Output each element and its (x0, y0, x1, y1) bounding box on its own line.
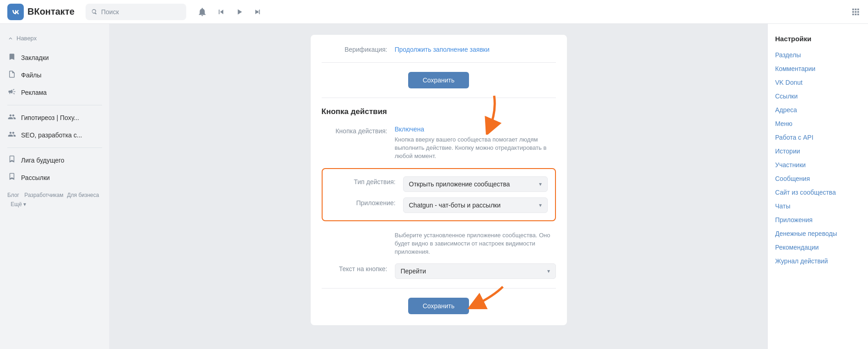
action-box: Тип действия: Открыть приложение сообщес… (322, 168, 556, 221)
sidebar-item-liga-label: Лига будущего (21, 157, 102, 164)
right-nav-item-money[interactable]: Денежные переводы (768, 227, 868, 240)
verification-label: Верификация: (322, 46, 395, 53)
ads-icon (7, 87, 16, 98)
chevron-up-icon (7, 35, 14, 42)
save-button-bottom[interactable]: Сохранить (408, 298, 469, 314)
action-button-desc: Кнопка вверху вашего сообщества помогает… (395, 136, 556, 161)
app-select[interactable]: Chatgun - чат-боты и рассылки ▾ (403, 197, 548, 213)
right-sidebar: Настройки РазделыКомментарииVK DonutСсыл… (767, 24, 868, 349)
sidebar-divider-1 (7, 105, 102, 105)
sidebar-divider-2 (7, 147, 102, 148)
button-text-value: Перейти (401, 267, 426, 275)
action-type-select-container: Открыть приложение сообщества ▾ (403, 176, 548, 192)
right-nav-item-stories[interactable]: Истории (768, 144, 868, 158)
back-link[interactable]: Наверх (0, 31, 109, 45)
sidebar-group-seo-label: SEO, разработка с... (21, 131, 102, 139)
sidebar-item-ads-label: Реклама (21, 89, 102, 96)
left-sidebar: Наверх Закладки Файлы Реклама Гипо (0, 24, 110, 349)
right-nav-item-apps[interactable]: Приложения (768, 213, 868, 227)
right-nav-item-site[interactable]: Сайт из сообщества (768, 185, 868, 199)
right-nav-item-links[interactable]: Ссылки (768, 89, 868, 103)
sidebar-item-ads[interactable]: Реклама (0, 84, 109, 101)
sidebar-group-seo[interactable]: SEO, разработка с... (0, 126, 109, 144)
app-label: Приложение: (330, 197, 403, 207)
sidebar-item-rassylki-label: Рассылки (21, 174, 102, 181)
button-text-select[interactable]: Перейти ▾ (395, 263, 556, 279)
footer-dev-link[interactable]: Разработчикам (24, 192, 63, 199)
footer-more-link[interactable]: Ещё ▾ (11, 201, 26, 207)
right-nav-item-comments[interactable]: Комментарии (768, 62, 868, 76)
group-hypo-icon (7, 113, 16, 123)
right-nav-item-addresses[interactable]: Адреса (768, 103, 868, 117)
sidebar-group-hypo-label: Гипотиреоз | Поху... (21, 114, 102, 121)
liga-icon (7, 155, 16, 165)
next-track-icon[interactable] (253, 7, 262, 16)
notifications-icon[interactable] (197, 7, 207, 17)
app-desc-row: Выберите установленное приложение сообще… (322, 229, 556, 256)
verification-link[interactable]: Продолжить заполнение заявки (395, 46, 490, 53)
main-content: Верификация: Продолжить заполнение заявк… (110, 24, 767, 349)
back-label: Наверх (16, 35, 37, 42)
action-button-label: Кнопка действия: (322, 125, 395, 135)
vk-icon (7, 4, 24, 20)
sidebar-footer: Блог Разработчикам Для бизнеса Ещё ▾ (0, 186, 109, 213)
settings-card: Верификация: Продолжить заполнение заявк… (311, 35, 567, 325)
sidebar-item-liga[interactable]: Лига будущего (0, 152, 109, 169)
topnav: ВКонтакте (0, 0, 868, 24)
save-btn-top-container: Сохранить (322, 72, 556, 88)
right-nav-item-menu[interactable]: Меню (768, 117, 868, 131)
topnav-icons (197, 7, 262, 17)
verification-row: Верификация: Продолжить заполнение заявк… (322, 46, 556, 63)
chevron-down-icon-app: ▾ (539, 202, 542, 208)
save-button-top[interactable]: Сохранить (408, 72, 469, 88)
save-btn-bottom-container: Сохранить (322, 298, 556, 314)
app-value: Chatgun - чат-боты и рассылки (409, 202, 501, 209)
sidebar-item-rassylki[interactable]: Рассылки (0, 169, 109, 186)
topnav-right (851, 7, 861, 17)
right-nav-item-chats[interactable]: Чаты (768, 199, 868, 213)
action-type-value: Открыть приложение сообщества (409, 180, 510, 188)
section-title: Кнопка действия (322, 107, 556, 116)
section-separator-2 (322, 288, 556, 289)
sidebar-item-bookmarks-label: Закладки (21, 54, 102, 61)
right-nav-list: РазделыКомментарииVK DonutСсылкиАдресаМе… (768, 48, 868, 268)
files-icon (7, 70, 16, 80)
app-row: Приложение: Chatgun - чат-боты и рассылк… (330, 197, 548, 213)
rassylki-icon (7, 173, 16, 183)
action-button-value-container: Включена Кнопка вверху вашего сообщества… (395, 125, 556, 161)
right-nav-item-recs[interactable]: Рекомендации (768, 240, 868, 254)
right-nav-item-journal[interactable]: Журнал действий (768, 254, 868, 268)
right-nav-item-vkdonut[interactable]: VK Donut (768, 76, 868, 89)
right-nav-item-messages[interactable]: Сообщения (768, 172, 868, 185)
sidebar-item-bookmarks[interactable]: Закладки (0, 49, 109, 66)
search-icon (91, 8, 97, 16)
grid-icon[interactable] (851, 7, 861, 17)
group-seo-icon (7, 130, 16, 140)
app-desc: Выберите установленное приложение сообще… (395, 231, 556, 256)
button-text-label: Текст на кнопке: (322, 263, 395, 273)
right-nav-item-api[interactable]: Работа с API (768, 131, 868, 144)
chevron-down-icon-btn-text: ▾ (547, 268, 550, 274)
footer-biz-link[interactable]: Для бизнеса (67, 192, 99, 199)
search-input[interactable] (101, 8, 181, 16)
prev-track-icon[interactable] (216, 7, 226, 16)
app-select-container: Chatgun - чат-боты и рассылки ▾ (403, 197, 548, 213)
action-button-value[interactable]: Включена (395, 125, 425, 133)
play-icon[interactable] (235, 7, 244, 16)
right-sidebar-title: Настройки (768, 31, 868, 48)
sidebar-group-hypo[interactable]: Гипотиреоз | Поху... (0, 109, 109, 126)
brand-name: ВКонтакте (27, 6, 75, 17)
logo[interactable]: ВКонтакте (7, 4, 75, 20)
sidebar-item-files-label: Файлы (21, 71, 102, 79)
button-text-select-container: Перейти ▾ (395, 263, 556, 279)
right-nav-item-sections[interactable]: Разделы (768, 48, 868, 62)
sidebar-item-files[interactable]: Файлы (0, 66, 109, 84)
right-nav-item-members[interactable]: Участники (768, 158, 868, 172)
footer-blog-link[interactable]: Блог (7, 192, 19, 199)
button-text-row: Текст на кнопке: Перейти ▾ (322, 263, 556, 279)
action-type-select[interactable]: Открыть приложение сообщества ▾ (403, 176, 548, 192)
bookmarks-icon (7, 53, 16, 63)
chevron-down-icon-action-type: ▾ (539, 181, 542, 187)
action-status-wrapper: Кнопка действия: Включена Кнопка вверху … (322, 125, 556, 161)
search-box[interactable] (86, 4, 186, 20)
